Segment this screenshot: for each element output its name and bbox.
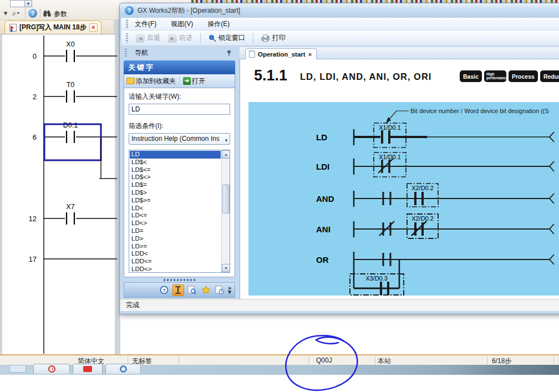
list-item[interactable]: LDD<=	[130, 258, 221, 266]
instr-label: LD	[316, 133, 327, 142]
forward-button[interactable]: ▶ 前进	[166, 32, 195, 44]
scroll-up-icon[interactable]: ▲	[222, 150, 230, 159]
drag-grip[interactable]	[126, 20, 128, 28]
toolbar-combo-partial[interactable]: ▼	[10, 0, 32, 7]
list-scrollbar[interactable]: ▲ ▼	[221, 150, 230, 272]
status-separator	[375, 357, 375, 364]
back-button[interactable]: ◀ 后退	[134, 32, 162, 44]
list-item[interactable]: LD$>	[130, 189, 221, 197]
toolbar-separator	[25, 8, 26, 18]
filter-dropdown[interactable]: Instruction Help (Common Ins ▼	[129, 133, 230, 145]
scroll-down-icon[interactable]: ▼	[222, 264, 230, 272]
status-separator	[179, 357, 179, 364]
ladder-cursor[interactable]	[44, 124, 101, 160]
taskbar-button-clock[interactable]	[33, 364, 70, 374]
toolbar-separator	[179, 76, 180, 86]
list-item[interactable]: LD$<>	[130, 174, 221, 181]
open-button[interactable]: 打开	[192, 77, 205, 86]
search-view-icon[interactable]	[186, 284, 198, 296]
step-number: 0	[33, 52, 37, 60]
list-item[interactable]: LD<	[130, 205, 221, 212]
menu-operate[interactable]: 操作(E)	[207, 19, 230, 29]
list-item[interactable]: LD>=	[130, 243, 221, 251]
list-item[interactable]: LD$<=	[130, 166, 221, 174]
section-title: LD, LDI, AND, ANI, OR, ORI	[300, 72, 431, 82]
device-label: D0.1	[63, 121, 78, 129]
step-number: 12	[29, 215, 37, 223]
toolbar-overflow-chevron[interactable]: »▾	[228, 286, 231, 294]
print-button[interactable]: 打印	[259, 32, 288, 44]
tab-operation-start-label: Operation_start	[258, 51, 306, 58]
menu-view[interactable]: 视图(V)	[171, 19, 193, 29]
chevron-glyph: »	[228, 284, 231, 291]
taskbar-partial-item[interactable]	[9, 365, 26, 373]
taskbar-button-browser[interactable]	[105, 364, 141, 374]
binoculars-glyph	[43, 9, 52, 17]
print-label: 打印	[272, 33, 286, 43]
keyword-list[interactable]: LD LD$< LD$<= LD$<> LD$= LD$> LD$>= LD< …	[129, 150, 230, 273]
tab-prg-main[interactable]: [PRG]写入 MAIN 18步 ×	[4, 21, 101, 34]
toolbar-separator	[200, 33, 201, 43]
ladder-editor[interactable]: 0 X0 2 T0 6 D0.1 12	[0, 34, 115, 354]
drag-grip[interactable]	[125, 49, 127, 57]
instruction-ladder-diagram: Bit device number / Word device bit desi…	[248, 102, 559, 296]
add-favorite-button[interactable]: 添加到收藏夹	[136, 77, 176, 86]
list-item[interactable]: LD>	[130, 235, 221, 243]
favorites-star-icon[interactable]	[200, 284, 212, 296]
badge-basic: Basic	[460, 70, 482, 82]
red-app-icon	[83, 366, 92, 372]
chevron-down-icon: ▼	[224, 135, 228, 145]
tab-close-icon[interactable]: ×	[308, 51, 312, 58]
pin-icon[interactable]	[226, 50, 232, 57]
instr-label: AND	[316, 194, 334, 203]
list-item[interactable]: LD$=	[130, 181, 221, 189]
scrollbar-thumb[interactable]	[222, 185, 230, 213]
list-item[interactable]: LDD<>	[130, 266, 221, 272]
svg-text:?: ?	[163, 288, 166, 293]
status-separator	[487, 357, 487, 364]
device-search-icon[interactable]: ⌕▼	[9, 7, 23, 19]
keyword-view-icon[interactable]	[172, 284, 184, 296]
badge-redundant: Redundant	[540, 70, 559, 82]
diagram-annotation: Bit device number / Word device bit desi…	[410, 108, 549, 114]
add-favorite-icon	[126, 78, 135, 84]
nav-pane-title-row: 导航	[124, 47, 235, 59]
list-item[interactable]: LD$>=	[130, 197, 221, 205]
content-tab-bar: Operation_start ×	[240, 47, 559, 59]
instr-label: LDI	[316, 162, 329, 171]
list-item[interactable]: LD<=	[130, 212, 221, 220]
clock-icon	[48, 365, 55, 373]
help-icon[interactable]: ?	[27, 7, 39, 19]
splitter-grip-dots	[164, 279, 196, 281]
list-item[interactable]: LD$<	[130, 159, 221, 166]
toolbar-param-label[interactable]: 参数	[54, 9, 67, 19]
keyword-input[interactable]	[129, 104, 230, 115]
toolbar-separator	[253, 33, 253, 43]
document-tab-bar: [PRG]写入 MAIN 18步 ×	[0, 20, 119, 34]
contents-help-icon[interactable]: ?	[159, 284, 170, 296]
tab-operation-start[interactable]: Operation_start ×	[245, 48, 317, 59]
lock-window-button[interactable]: 锁定窗口	[206, 32, 247, 44]
list-item[interactable]: LD<>	[130, 220, 221, 227]
keyword-pane-header: 关键字	[124, 60, 235, 74]
find-binoculars-icon[interactable]	[42, 7, 53, 19]
help-title-bar[interactable]: ? GX Works2帮助 - [Operation_start]	[120, 3, 559, 18]
taskbar-button-red[interactable]	[73, 364, 103, 374]
drag-grip[interactable]	[126, 33, 128, 43]
help-content-pane: Operation_start × 5.1.1 LD, LDI, AND, AN…	[240, 46, 559, 299]
section-number: 5.1.1	[254, 67, 287, 84]
pane-splitter[interactable]	[124, 277, 235, 282]
help-window: ? GX Works2帮助 - [Operation_start] 文件(F) …	[119, 3, 559, 314]
filter-dropdown-value: Instruction Help (Common Ins	[131, 135, 220, 142]
tab-close-icon[interactable]: ×	[89, 23, 98, 32]
list-item[interactable]: LD	[130, 151, 221, 159]
instruction-diagram-panel: Bit device number / Word device bit desi…	[248, 102, 559, 296]
lock-window-label: 锁定窗口	[218, 33, 245, 43]
instr-label: ANI	[316, 225, 331, 234]
list-item[interactable]: LDD<	[130, 250, 221, 258]
history-page-icon[interactable]	[214, 284, 226, 296]
keyword-toolbar: 添加到收藏夹 ➔ 打开	[124, 74, 235, 88]
list-item[interactable]: LD=	[130, 227, 221, 235]
menu-file[interactable]: 文件(F)	[135, 19, 156, 29]
status-separator	[308, 357, 309, 364]
